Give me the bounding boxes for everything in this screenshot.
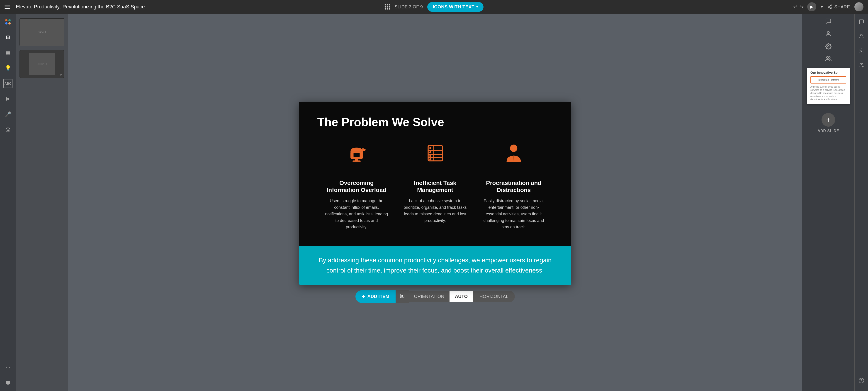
svg-rect-6	[6, 52, 8, 54]
add-item-button[interactable]: + ADD ITEM	[355, 290, 396, 303]
auto-button[interactable]: AUTO	[450, 291, 473, 302]
icon-1-heading: Overcoming Information Overload	[324, 179, 389, 194]
svg-point-36	[861, 50, 862, 52]
sidebar-item-ideas[interactable]: 💡	[3, 63, 12, 73]
logo-dot-orange	[5, 19, 7, 21]
icon-col-3: Procrastination and Distractions Easily …	[474, 142, 553, 230]
far-right-user-icon[interactable]	[857, 32, 866, 41]
topbar-center: SLIDE 3 OF 9 ICONS WITH TEXT ▾	[384, 2, 483, 12]
far-right-panel	[855, 13, 868, 391]
sidebar-item-transitions[interactable]	[3, 94, 12, 104]
play-caret-icon[interactable]: ▾	[821, 4, 823, 9]
slide-title: The Problem We Solve	[317, 115, 553, 129]
svg-point-27	[429, 155, 431, 157]
layout-button[interactable]: ICONS WITH TEXT ▾	[427, 2, 484, 12]
slide-main-area: The Problem We Solve	[299, 102, 571, 246]
icon-col-1: Overcoming Information Overload Users st…	[317, 142, 396, 230]
slide-teal-text: By addressing these common productivity …	[317, 255, 553, 276]
icon-3-desc: Easily distracted by social media, enter…	[481, 198, 546, 230]
svg-rect-19	[352, 161, 361, 162]
add-slide-button[interactable]: +	[822, 113, 835, 127]
icon-1-desc: Users struggle to manage the constant in…	[324, 198, 389, 230]
svg-point-25	[429, 147, 431, 149]
grid-view-icon[interactable]	[384, 4, 390, 9]
svg-point-10	[7, 129, 9, 131]
people-icon[interactable]	[825, 56, 832, 63]
avatar[interactable]	[855, 2, 864, 11]
slide-thumb-2[interactable]: UCTIVITY ▶	[20, 50, 64, 78]
far-right-people-icon[interactable]	[857, 61, 866, 70]
svg-point-2	[831, 8, 832, 9]
icon-2-heading: Inefficient Task Management	[403, 179, 468, 194]
slide-teal-area: By addressing these common productivity …	[299, 246, 571, 285]
left-sidebar: ⊞ 💡 ABC 🎤 ···	[0, 13, 16, 391]
svg-point-33	[828, 46, 829, 47]
icon-col-2: Inefficient Task Management Lack of a co…	[396, 142, 474, 224]
slide-canvas: The Problem We Solve	[299, 102, 571, 285]
undo-redo-group: ↩ ↪	[793, 4, 804, 10]
svg-rect-13	[7, 384, 9, 385]
slide-icons-row: Overcoming Information Overload Users st…	[317, 142, 553, 230]
undo-button[interactable]: ↩	[793, 4, 797, 10]
settings-icon[interactable]	[825, 43, 832, 51]
svg-point-11	[6, 128, 10, 132]
bottom-toolbar: + ADD ITEM ORIENTATION AUTO HORIZONTAL	[355, 290, 515, 303]
topbar: Elevate Productivity: Revolutionizing th…	[0, 0, 868, 13]
sidebar-item-text[interactable]: ABC	[3, 79, 12, 88]
slide-thumb-1[interactable]: Slide 1	[20, 18, 64, 46]
slide-preview-body: A unified suite of cloud-based software-…	[807, 85, 850, 104]
svg-rect-5	[6, 51, 10, 52]
svg-point-0	[831, 5, 832, 6]
add-slide-section: + ADD SLIDE	[817, 113, 839, 133]
logo-dot-green	[8, 19, 11, 21]
mailbox-icon	[346, 142, 367, 173]
svg-line-4	[829, 6, 831, 7]
sidebar-item-more[interactable]: ···	[3, 363, 12, 372]
far-right-settings-icon[interactable]	[857, 46, 866, 55]
slide-preview-header: Our Innovative So	[807, 68, 850, 76]
share-button[interactable]: SHARE	[828, 4, 850, 9]
redo-button[interactable]: ↪	[800, 4, 804, 10]
add-icon: +	[362, 294, 365, 300]
logo-dot-light	[8, 22, 11, 25]
svg-point-35	[861, 34, 862, 36]
comment-icon[interactable]	[825, 18, 832, 26]
slide-preview-card[interactable]: Our Innovative So Integrated Platform A …	[807, 68, 850, 104]
mailbox-svg	[346, 142, 367, 163]
slide-counter: SLIDE 3 OF 9	[395, 4, 423, 9]
icon-2-desc: Lack of a cohesive system to prioritize,…	[403, 198, 468, 224]
right-panel: Our Innovative So Integrated Platform A …	[802, 13, 855, 391]
sidebar-item-track[interactable]	[3, 125, 12, 134]
slide-panel: Slide 1 UCTIVITY ▶	[16, 13, 68, 391]
svg-point-26	[429, 151, 431, 153]
svg-rect-7	[8, 52, 10, 54]
svg-rect-15	[353, 153, 360, 157]
play-button[interactable]: ▶	[807, 2, 816, 11]
sidebar-item-layout[interactable]	[3, 48, 12, 57]
slide-preview-box: Integrated Platform	[810, 76, 846, 84]
user-icon[interactable]	[825, 31, 832, 38]
center-content: The Problem We Solve	[68, 13, 802, 391]
svg-point-1	[828, 6, 830, 7]
main-layout: ⊞ 💡 ABC 🎤 ···	[0, 13, 868, 391]
tasklist-icon	[425, 142, 445, 173]
person-icon	[503, 142, 524, 173]
topbar-right: ▶ ▾ SHARE	[807, 2, 864, 11]
person-svg	[503, 142, 524, 163]
help-icon[interactable]	[857, 376, 866, 385]
logo	[3, 17, 12, 26]
svg-point-29	[510, 144, 517, 152]
menu-icon[interactable]	[4, 3, 12, 11]
tasklist-svg	[425, 142, 445, 163]
orientation-icon-button[interactable]	[396, 290, 409, 303]
orientation-label: ORIENTATION	[409, 291, 450, 302]
svg-point-32	[827, 32, 829, 34]
sidebar-item-home[interactable]: ⊞	[3, 33, 12, 42]
add-slide-label: ADD SLIDE	[817, 129, 839, 133]
sidebar-item-slides[interactable]	[3, 378, 12, 387]
svg-marker-9	[8, 97, 9, 101]
far-right-comment-icon[interactable]	[857, 17, 866, 26]
horizontal-button[interactable]: HORIZONTAL	[473, 291, 515, 302]
logo-dots	[5, 19, 11, 25]
sidebar-item-audio[interactable]: 🎤	[3, 110, 12, 119]
